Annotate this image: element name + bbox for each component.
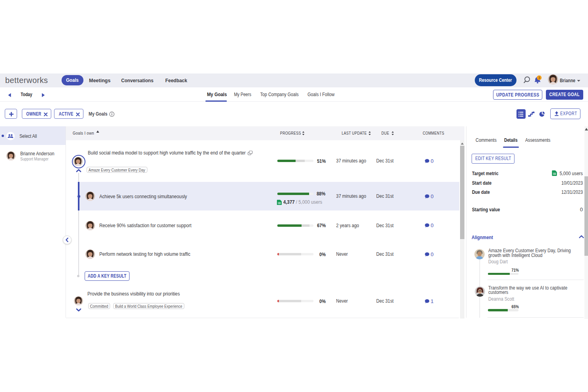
- svg-text:3: 3: [538, 76, 540, 80]
